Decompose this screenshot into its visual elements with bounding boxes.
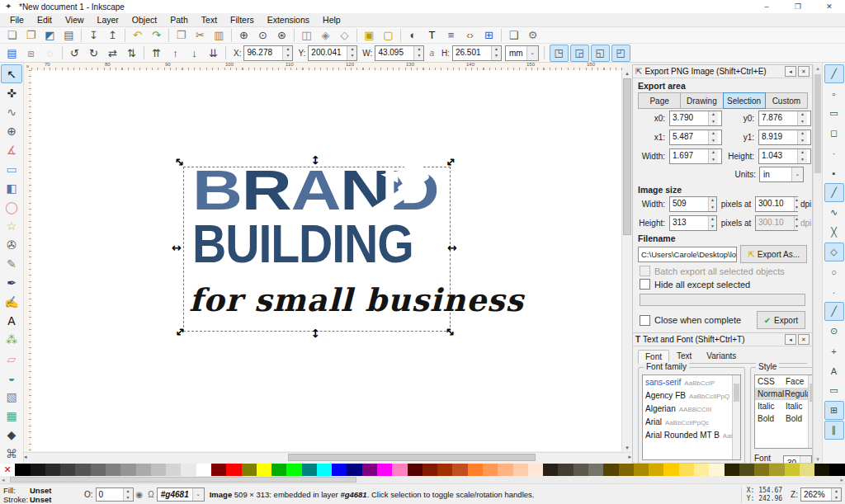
color-swatch[interactable]: [226, 464, 241, 476]
area-width-field[interactable]: 1.697▲▼: [669, 148, 722, 164]
bucket-fill-tool[interactable]: ◒: [1, 369, 22, 388]
color-swatch[interactable]: [181, 464, 196, 476]
ellipse-tool[interactable]: ◯: [1, 197, 22, 216]
selection-scale-handle[interactable]: ↔: [172, 243, 182, 252]
document-properties-button[interactable]: ❑: [504, 27, 523, 44]
dpi-width-field[interactable]: 300.10▲▼: [755, 196, 798, 212]
export-area-page-button[interactable]: Page: [638, 92, 681, 109]
color-swatch[interactable]: [422, 464, 437, 476]
menu-object[interactable]: Object: [125, 13, 163, 26]
color-swatch[interactable]: [483, 464, 498, 476]
selector-tool[interactable]: ↖: [1, 64, 22, 83]
selection-scale-handle[interactable]: ↔: [311, 328, 321, 338]
hide-all-checkbox[interactable]: [640, 279, 650, 290]
color-swatch[interactable]: [800, 464, 814, 476]
color-swatch[interactable]: [814, 464, 829, 476]
xml-editor-button[interactable]: ‹›: [460, 27, 479, 44]
snap-bounding-box-button[interactable]: ▫: [824, 84, 844, 103]
gradient-tool[interactable]: ▧: [1, 388, 22, 407]
snap-enabled-button[interactable]: ╱: [824, 64, 844, 83]
snap-page-border-button[interactable]: ▭: [824, 381, 844, 400]
color-swatch[interactable]: [15, 464, 30, 476]
color-swatch[interactable]: [120, 464, 135, 476]
snap-bbox-centers-button[interactable]: ▪: [824, 163, 844, 182]
color-swatch[interactable]: [603, 464, 618, 476]
color-swatch[interactable]: [663, 464, 678, 476]
menu-layer[interactable]: Layer: [91, 13, 125, 26]
vertical-scrollbar[interactable]: ▴ ▾: [621, 70, 632, 451]
rectangle-tool[interactable]: ▭: [1, 159, 22, 178]
mesh-gradient-tool[interactable]: ▦: [1, 407, 22, 426]
snap-line-midpoints-button[interactable]: ∙: [824, 282, 844, 301]
palette-scrollbar[interactable]: ◂ ▸: [0, 476, 845, 483]
font-style-list[interactable]: CSSFaceNormalRegularItalicItalicBoldBold: [754, 374, 813, 449]
color-swatch[interactable]: [136, 464, 151, 476]
scale-stroke-toggle[interactable]: ◳: [550, 45, 569, 62]
zoom-to-selection-button[interactable]: ⊕: [234, 27, 253, 44]
pen-tool[interactable]: ✒: [1, 274, 22, 293]
scale-corners-toggle[interactable]: ◲: [570, 45, 589, 62]
new-document-button[interactable]: ❏: [2, 27, 21, 44]
menu-text[interactable]: Text: [195, 13, 224, 26]
export-area-custom-button[interactable]: Custom: [765, 92, 808, 109]
color-swatch[interactable]: [106, 464, 120, 476]
color-swatch[interactable]: [543, 464, 558, 476]
color-swatch[interactable]: [392, 464, 407, 476]
flip-vertical-button[interactable]: ⇅: [122, 45, 141, 61]
zoom-to-drawing-button[interactable]: ⊙: [253, 27, 272, 44]
stroke-value[interactable]: Unset: [30, 495, 79, 504]
cut-button[interactable]: ✂: [191, 27, 210, 44]
filename-input[interactable]: C:\Users\Carole\Desktop\logo.png: [638, 247, 737, 262]
ungroup-button[interactable]: ▢: [379, 27, 398, 44]
raise-to-top-button[interactable]: ⇈: [147, 45, 166, 61]
fill-value[interactable]: Unset: [30, 486, 79, 495]
minimize-button[interactable]: –: [751, 0, 782, 13]
create-clone-button[interactable]: ◈: [316, 27, 335, 44]
selection-scale-handle[interactable]: ↔: [311, 155, 321, 165]
color-swatch[interactable]: [739, 464, 754, 476]
color-swatch[interactable]: [725, 464, 739, 476]
export-document-button[interactable]: ↥: [103, 27, 122, 44]
restore-button[interactable]: ❐: [782, 0, 814, 13]
align-distribute-dialog-button[interactable]: ⊞: [479, 27, 498, 44]
menu-edit[interactable]: Edit: [31, 13, 59, 26]
color-swatch[interactable]: [709, 464, 724, 476]
image-height-field[interactable]: 313▲▼: [669, 215, 717, 231]
menu-filters[interactable]: Filters: [224, 13, 261, 26]
color-swatch[interactable]: [634, 464, 649, 476]
rotate-cw-button[interactable]: ↻: [84, 45, 103, 61]
snap-bbox-corners-button[interactable]: ◻: [824, 124, 844, 143]
3d-box-tool[interactable]: ◧: [1, 178, 22, 197]
ruler-lock-icon[interactable]: a: [24, 63, 31, 70]
color-swatch[interactable]: [694, 464, 709, 476]
select-all-button[interactable]: ▤: [2, 45, 21, 61]
unlink-clone-button[interactable]: ◇: [335, 27, 354, 44]
style-item[interactable]: BoldBold: [755, 412, 813, 425]
menu-help[interactable]: Help: [316, 13, 347, 26]
open-document-button[interactable]: ❐: [21, 27, 40, 44]
measure-tool[interactable]: ∡: [1, 140, 22, 159]
copy-button[interactable]: ❐: [172, 27, 191, 44]
dialog-close-button[interactable]: ✕: [798, 334, 810, 345]
pencil-tool[interactable]: ✎: [1, 254, 22, 273]
layer-lock-icon[interactable]: Ω: [148, 490, 153, 499]
units-dropdown[interactable]: mm⌄: [505, 45, 539, 61]
group-button[interactable]: ▣: [360, 27, 379, 44]
snap-path-intersections-button[interactable]: ╳: [824, 223, 844, 242]
text-tool[interactable]: A: [1, 312, 22, 331]
paste-button[interactable]: ▥: [210, 27, 229, 44]
color-swatch[interactable]: [558, 464, 573, 476]
eraser-tool[interactable]: ▱: [1, 350, 22, 369]
snap-other-points-button[interactable]: ╱: [824, 302, 844, 321]
x-field[interactable]: 96.278▲▼: [243, 45, 293, 61]
color-swatch[interactable]: [317, 464, 332, 476]
snap-guides-button[interactable]: ∥: [824, 421, 844, 440]
canvas[interactable]: BRAND BUILDING for small business ↔↔↔↔↔↔…: [31, 70, 621, 451]
color-swatch[interactable]: [829, 464, 844, 476]
color-swatch[interactable]: [377, 464, 392, 476]
image-width-field[interactable]: 509▲▼: [669, 196, 717, 212]
snap-bbox-edge-midpoints-button[interactable]: ·: [824, 144, 844, 163]
style-item[interactable]: ItalicItalic: [755, 400, 813, 412]
color-swatch[interactable]: [649, 464, 663, 476]
color-swatch[interactable]: [588, 464, 603, 476]
